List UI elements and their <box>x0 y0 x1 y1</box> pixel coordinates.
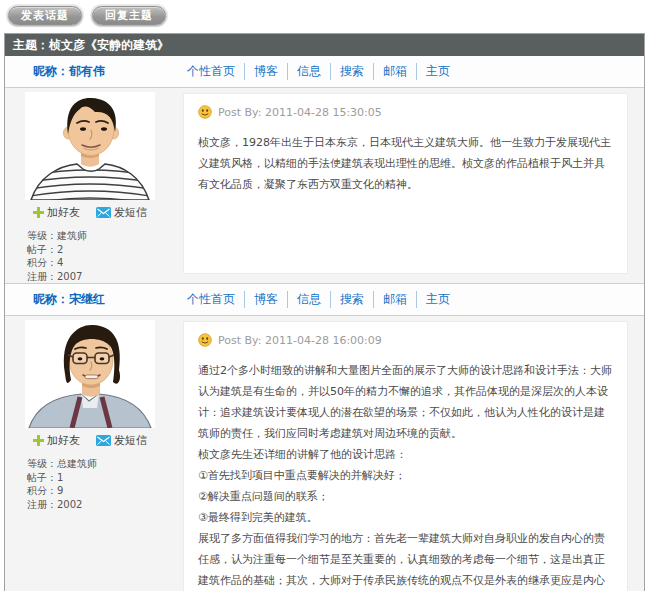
post1-add-friend[interactable]: 加好友 <box>33 205 80 220</box>
post2-paragraph: ①首先找到项目中重点要解决的并解决好； <box>198 465 613 486</box>
post2-paragraph: ②解决重点问题间的联系； <box>198 486 613 507</box>
post2-body: 加好友 发短信 等级：总建筑师 帖子：1 积分：9 注册：2002 <box>5 316 644 591</box>
post2-nickname: 昵称：宋继红 <box>33 291 178 308</box>
add-friend-label: 加好友 <box>47 205 80 220</box>
post1-user-stats: 等级：建筑师 帖子：2 积分：4 注册：2007 <box>27 229 175 283</box>
link-blog[interactable]: 博客 <box>244 63 287 80</box>
link-personal-home[interactable]: 个性首页 <box>178 63 244 80</box>
post2-user-links: 个性首页 博客 信息 搜索 邮箱 主页 <box>178 291 459 308</box>
post2-header: 昵称：宋继红 个性首页 博客 信息 搜索 邮箱 主页 <box>5 284 644 316</box>
link-mailbox[interactable]: 邮箱 <box>373 291 416 308</box>
link-info[interactable]: 信息 <box>287 291 330 308</box>
link-homepage[interactable]: 主页 <box>416 63 459 80</box>
link-search[interactable]: 搜索 <box>330 291 373 308</box>
stat-registered: 注册：2007 <box>27 270 175 284</box>
stat-registered: 注册：2002 <box>27 498 175 512</box>
reply-topic-button[interactable]: 回复主题 <box>92 6 166 25</box>
link-mailbox[interactable]: 邮箱 <box>373 63 416 80</box>
post1-user-panel: 加好友 发短信 等级：建筑师 帖子：2 积分：4 注册：2007 <box>5 88 175 283</box>
smiley-icon <box>198 105 212 119</box>
post-topic-button[interactable]: 发表话题 <box>8 6 82 25</box>
thread-table: 主题：桢文彦《安静的建筑》 昵称：郁有伟 个性首页 博客 信息 搜索 邮箱 主页 <box>4 33 645 591</box>
smiley-icon <box>198 333 212 347</box>
stat-points: 积分：9 <box>27 484 175 498</box>
link-blog[interactable]: 博客 <box>244 291 287 308</box>
forum-thread-page: 发表话题 回复主题 主题：桢文彦《安静的建筑》 昵称：郁有伟 个性首页 博客 信… <box>0 0 650 591</box>
send-message-label: 发短信 <box>114 433 147 448</box>
send-message-label: 发短信 <box>114 205 147 220</box>
post2-content-box: Post By: 2011-04-28 16:00:09 通过2个多小时细致的讲… <box>183 321 628 591</box>
link-personal-home[interactable]: 个性首页 <box>178 291 244 308</box>
envelope-icon <box>96 207 111 218</box>
post2-paragraph: ③最终得到完美的建筑。 <box>198 507 613 528</box>
link-search[interactable]: 搜索 <box>330 63 373 80</box>
post1-header: 昵称：郁有伟 个性首页 博客 信息 搜索 邮箱 主页 <box>5 56 644 88</box>
post1-user-links: 个性首页 博客 信息 搜索 邮箱 主页 <box>178 63 459 80</box>
post1-send-message[interactable]: 发短信 <box>96 205 147 220</box>
stat-points: 积分：4 <box>27 256 175 270</box>
plus-icon <box>33 207 44 218</box>
post2-content-cell: Post By: 2011-04-28 16:00:09 通过2个多小时细致的讲… <box>175 316 644 591</box>
post2-user-actions: 加好友 发短信 <box>5 433 175 448</box>
add-friend-label: 加好友 <box>47 433 80 448</box>
post1-paragraph: 桢文彦，1928年出生于日本东京，日本现代主义建筑大师。他一生致力于发展现代主义… <box>198 132 613 195</box>
post2-paragraph: 展现了多方面值得我们学习的地方：首先老一辈建筑大师对自身职业的发自内心的责任感，… <box>198 528 613 591</box>
post1-content-cell: Post By: 2011-04-28 15:30:05 桢文彦，1928年出生… <box>175 88 644 283</box>
post2-send-message[interactable]: 发短信 <box>96 433 147 448</box>
post2-avatar[interactable] <box>25 320 155 428</box>
plus-icon <box>33 435 44 446</box>
post1-text: 桢文彦，1928年出生于日本东京，日本现代主义建筑大师。他一生致力于发展现代主义… <box>198 132 613 195</box>
post2-postby-text: Post By: 2011-04-28 16:00:09 <box>218 334 382 347</box>
post2-text: 通过2个多小时细致的讲解和大量图片全面的展示了大师的设计思路和设计手法：大师认为… <box>198 360 613 591</box>
envelope-icon <box>96 435 111 446</box>
post2-postby-row: Post By: 2011-04-28 16:00:09 <box>198 333 613 347</box>
post1-user-actions: 加好友 发短信 <box>5 205 175 220</box>
stat-posts: 帖子：1 <box>27 471 175 485</box>
post2-paragraph: 通过2个多小时细致的讲解和大量图片全面的展示了大师的设计思路和设计手法：大师认为… <box>198 360 613 444</box>
stat-level: 等级：建筑师 <box>27 229 175 243</box>
link-homepage[interactable]: 主页 <box>416 291 459 308</box>
post2-user-panel: 加好友 发短信 等级：总建筑师 帖子：1 积分：9 注册：2002 <box>5 316 175 591</box>
post1-content-box: Post By: 2011-04-28 15:30:05 桢文彦，1928年出生… <box>183 93 628 274</box>
post2-add-friend[interactable]: 加好友 <box>33 433 80 448</box>
topic-title-bar: 主题：桢文彦《安静的建筑》 <box>5 34 644 56</box>
toolbar: 发表话题 回复主题 <box>0 0 650 25</box>
female-avatar-illustration <box>25 320 155 428</box>
post2-user-stats: 等级：总建筑师 帖子：1 积分：9 注册：2002 <box>27 457 175 511</box>
post1-postby-row: Post By: 2011-04-28 15:30:05 <box>198 105 613 119</box>
post2-paragraph: 桢文彦先生还详细的讲解了他的设计思路： <box>198 444 613 465</box>
stat-level: 等级：总建筑师 <box>27 457 175 471</box>
link-info[interactable]: 信息 <box>287 63 330 80</box>
stat-posts: 帖子：2 <box>27 243 175 257</box>
post1-postby-text: Post By: 2011-04-28 15:30:05 <box>218 106 382 119</box>
male-avatar-illustration <box>25 92 155 200</box>
post1-body: 加好友 发短信 等级：建筑师 帖子：2 积分：4 注册：2007 <box>5 88 644 284</box>
post1-avatar[interactable] <box>25 92 155 200</box>
post1-nickname: 昵称：郁有伟 <box>33 63 178 80</box>
